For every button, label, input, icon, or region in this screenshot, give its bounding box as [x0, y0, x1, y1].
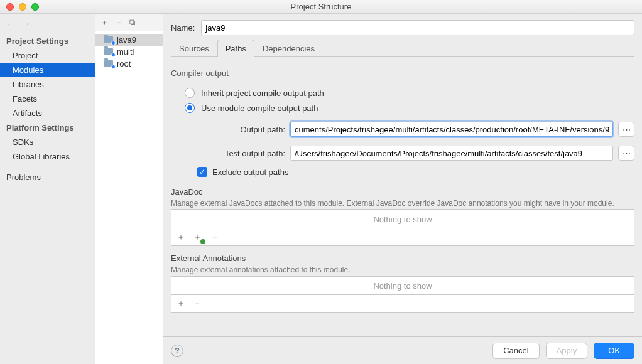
remove-module-icon[interactable]: － — [115, 17, 123, 28]
output-path-label: Output path: — [216, 125, 285, 134]
annotations-title: External Annotations — [171, 246, 634, 264]
radio-inherit-label: Inherit project compile output path — [201, 88, 324, 98]
javadoc-toolbar: ＋ ＋ － — [171, 228, 634, 246]
sidebar-item-project[interactable]: Project — [0, 48, 95, 63]
module-editor: Name: Sources Paths Dependencies Compile… — [163, 14, 642, 364]
sidebar-item-facets[interactable]: Facets — [0, 92, 95, 106]
javadoc-list: Nothing to show — [171, 210, 634, 228]
dialog-footer: ? Cancel Apply OK — [163, 336, 642, 364]
apply-button[interactable]: Apply — [546, 343, 588, 359]
cancel-button[interactable]: Cancel — [492, 343, 539, 359]
radio-use-module-label: Use module compile output path — [201, 104, 318, 113]
module-folder-icon — [104, 36, 113, 43]
compiler-output-title: Compiler output — [167, 68, 232, 78]
tree-label: multi — [117, 47, 134, 56]
section-project-settings: Project Settings — [0, 34, 95, 48]
browse-test-output-button[interactable]: ⋯ — [618, 146, 634, 161]
ok-button[interactable]: OK — [594, 343, 634, 359]
section-platform-settings: Platform Settings — [0, 120, 95, 135]
window-title: Project Structure — [0, 2, 642, 11]
javadoc-title: JavaDoc — [171, 179, 634, 198]
sidebar-item-problems[interactable]: Problems — [0, 170, 95, 185]
sidebar-item-modules[interactable]: Modules — [0, 63, 95, 77]
radio-inherit[interactable] — [185, 88, 195, 98]
remove-annotation-icon[interactable]: － — [193, 298, 202, 309]
settings-sidebar: ← → Project Settings Project Modules Lib… — [0, 14, 95, 364]
module-tabs: Sources Paths Dependencies — [171, 39, 634, 57]
back-arrow-icon[interactable]: ← — [6, 19, 15, 29]
radio-use-module[interactable] — [185, 103, 195, 113]
module-folder-icon — [104, 48, 113, 55]
tab-sources[interactable]: Sources — [171, 40, 217, 57]
tree-item-root[interactable]: root — [95, 58, 163, 70]
add-module-icon[interactable]: ＋ — [101, 17, 109, 28]
javadoc-subtitle: Manage external JavaDocs attached to thi… — [171, 198, 634, 210]
tree-label: java9 — [117, 35, 136, 45]
sidebar-item-libraries[interactable]: Libraries — [0, 77, 95, 92]
annotations-list: Nothing to show — [171, 276, 634, 295]
tree-label: root — [117, 59, 131, 68]
exclude-output-label: Exclude output paths — [212, 168, 288, 177]
tree-item-multi[interactable]: multi — [95, 46, 163, 58]
sidebar-item-sdks[interactable]: SDKs — [0, 135, 95, 149]
tree-item-java9[interactable]: java9 — [95, 34, 163, 46]
output-path-input[interactable] — [290, 122, 613, 137]
help-icon[interactable]: ? — [171, 345, 183, 357]
module-tree: ＋ － ⧉ java9 multi root — [95, 14, 163, 364]
sidebar-item-artifacts[interactable]: Artifacts — [0, 106, 95, 120]
compiler-output-group: Compiler output Inherit project compile … — [171, 68, 634, 179]
copy-module-icon[interactable]: ⧉ — [129, 18, 135, 28]
test-output-path-input[interactable] — [290, 146, 613, 161]
module-folder-icon — [104, 60, 113, 67]
add-javadoc-icon[interactable]: ＋ — [177, 232, 185, 243]
annotations-toolbar: ＋ － — [171, 295, 634, 313]
tab-paths[interactable]: Paths — [217, 40, 254, 57]
annotations-subtitle: Manage external annotations attached to … — [171, 264, 634, 276]
test-output-path-label: Test output path: — [197, 149, 285, 158]
module-name-input[interactable] — [201, 20, 634, 35]
tab-dependencies[interactable]: Dependencies — [254, 40, 323, 57]
name-label: Name: — [171, 23, 195, 33]
add-javadoc-url-icon[interactable]: ＋ — [193, 232, 203, 243]
sidebar-item-global-libraries[interactable]: Global Libraries — [0, 149, 95, 164]
titlebar: Project Structure — [0, 0, 642, 14]
browse-output-button[interactable]: ⋯ — [618, 122, 634, 137]
forward-arrow-icon[interactable]: → — [21, 19, 30, 29]
exclude-output-checkbox[interactable]: ✓ — [197, 167, 207, 177]
remove-javadoc-icon[interactable]: － — [210, 232, 219, 243]
tree-toolbar: ＋ － ⧉ — [95, 14, 163, 31]
add-annotation-icon[interactable]: ＋ — [177, 298, 185, 309]
